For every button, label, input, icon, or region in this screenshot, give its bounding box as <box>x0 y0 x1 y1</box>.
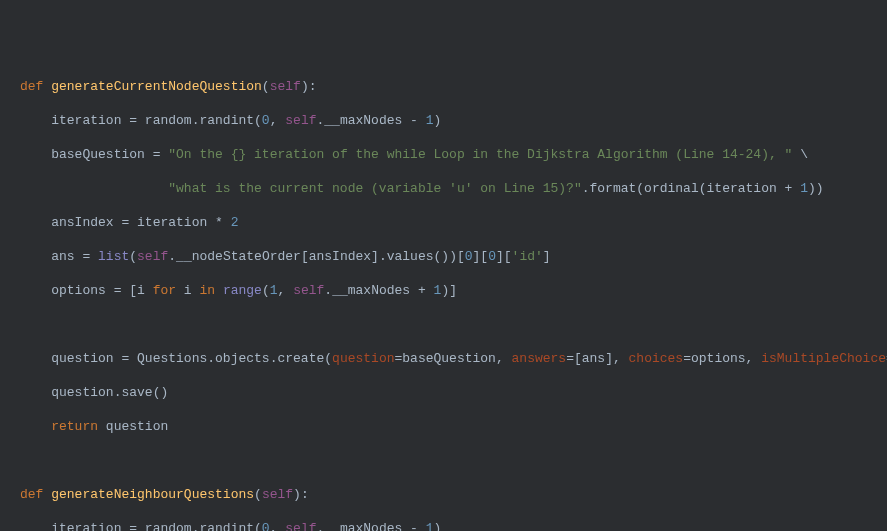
blank-line <box>20 316 867 333</box>
self: self <box>285 521 316 531</box>
keyword-def: def <box>20 79 43 94</box>
code-text: .__maxNodes - <box>317 521 426 531</box>
builtin: range <box>223 283 262 298</box>
code-line: def generateNeighbourQuestions(self): <box>20 486 867 503</box>
code-text: .__nodeStateOrder[ansIndex].values())[ <box>168 249 464 264</box>
code-line: question = Questions.objects.create(ques… <box>20 350 867 367</box>
code-text: ][ <box>473 249 489 264</box>
string: 'id' <box>512 249 543 264</box>
string: "what is the current node (variable 'u' … <box>168 181 581 196</box>
number: 0 <box>262 521 270 531</box>
keyword: in <box>199 283 215 298</box>
code-text: .__maxNodes - <box>317 113 426 128</box>
code-text: ( <box>129 249 137 264</box>
code-line: question.save() <box>20 384 867 401</box>
code-text: question = Questions.objects.create( <box>51 351 332 366</box>
code-text: question.save() <box>51 385 168 400</box>
code-text: )] <box>441 283 457 298</box>
kwarg: answers <box>512 351 567 366</box>
string: "On the {} iteration of the while Loop i… <box>168 147 792 162</box>
number: 0 <box>465 249 473 264</box>
code-line: return question <box>20 418 867 435</box>
code-text: iteration = random.randint( <box>51 113 262 128</box>
number: 1 <box>800 181 808 196</box>
code-text: , <box>270 521 286 531</box>
code-line: baseQuestion = "On the {} iteration of t… <box>20 146 867 163</box>
number: 0 <box>488 249 496 264</box>
code-text: ) <box>434 521 442 531</box>
code-text: i <box>176 283 199 298</box>
function-name: generateCurrentNodeQuestion <box>51 79 262 94</box>
number: 1 <box>270 283 278 298</box>
code-text: )) <box>808 181 824 196</box>
keyword-def: def <box>20 487 43 502</box>
code-text: baseQuestion = <box>51 147 168 162</box>
kwarg: isMultipleChoice <box>761 351 886 366</box>
code-text: question <box>98 419 168 434</box>
number: 0 <box>262 113 270 128</box>
self: self <box>137 249 168 264</box>
kwarg: question <box>332 351 394 366</box>
keyword: return <box>51 419 98 434</box>
code-text: , <box>278 283 294 298</box>
code-line: options = [i for i in range(1, self.__ma… <box>20 282 867 299</box>
self: self <box>293 283 324 298</box>
code-text: .format(ordinal(iteration + <box>582 181 800 196</box>
param-self: self <box>262 487 293 502</box>
kwarg: choices <box>629 351 684 366</box>
code-text: ][ <box>496 249 512 264</box>
self: self <box>285 113 316 128</box>
builtin: list <box>98 249 129 264</box>
keyword: for <box>153 283 176 298</box>
code-text: =options, <box>683 351 761 366</box>
code-text: ansIndex = iteration * <box>51 215 230 230</box>
number: 1 <box>426 521 434 531</box>
param-self: self <box>270 79 301 94</box>
code-text: .__maxNodes + <box>324 283 433 298</box>
code-text: iteration = random.randint( <box>51 521 262 531</box>
number: 1 <box>426 113 434 128</box>
code-text: ] <box>543 249 551 264</box>
code-text: ( <box>262 283 270 298</box>
code-text: ans = <box>51 249 98 264</box>
code-editor[interactable]: def generateCurrentNodeQuestion(self): i… <box>20 78 867 531</box>
code-text: , <box>270 113 286 128</box>
number: 2 <box>231 215 239 230</box>
blank-line <box>20 452 867 469</box>
code-text: \ <box>792 147 808 162</box>
code-text: options = [i <box>51 283 152 298</box>
code-text: ) <box>434 113 442 128</box>
code-text: =baseQuestion, <box>395 351 512 366</box>
code-line: ans = list(self.__nodeStateOrder[ansInde… <box>20 248 867 265</box>
code-line: def generateCurrentNodeQuestion(self): <box>20 78 867 95</box>
code-text <box>215 283 223 298</box>
code-text: =[ans], <box>566 351 628 366</box>
code-line: "what is the current node (variable 'u' … <box>20 180 867 197</box>
code-line: ansIndex = iteration * 2 <box>20 214 867 231</box>
code-line: iteration = random.randint(0, self.__max… <box>20 520 867 531</box>
function-name: generateNeighbourQuestions <box>51 487 254 502</box>
code-line: iteration = random.randint(0, self.__max… <box>20 112 867 129</box>
